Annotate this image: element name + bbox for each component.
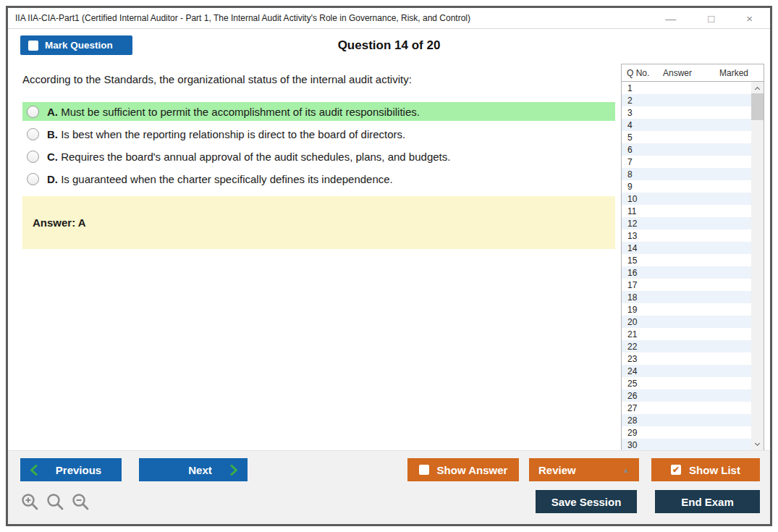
window-title: IIA IIA-CIA-Part1 (Certified Internal Au… xyxy=(15,13,665,23)
save-session-label: Save Session xyxy=(551,496,622,508)
option-text: D. Is guaranteed when the charter specif… xyxy=(47,173,393,185)
question-number: 3 xyxy=(627,108,633,118)
scrollbar-thumb[interactable] xyxy=(751,93,764,120)
question-list-row[interactable]: 1 xyxy=(622,82,751,94)
question-list-row[interactable]: 30 xyxy=(622,439,751,450)
question-number: 22 xyxy=(627,342,637,352)
option-row-D[interactable]: D. Is guaranteed when the charter specif… xyxy=(22,169,615,188)
zoom-out-icon[interactable] xyxy=(71,492,90,511)
next-button[interactable]: Next xyxy=(139,458,248,481)
question-list-row[interactable]: 21 xyxy=(622,328,751,340)
question-list-row[interactable]: 2 xyxy=(622,94,751,106)
footer: Previous Next Show Answer Review ▲ ✔ Sho… xyxy=(8,450,770,524)
next-label: Next xyxy=(177,464,223,476)
question-list-row[interactable]: 25 xyxy=(622,377,751,389)
answer-text: Answer: A xyxy=(33,216,86,229)
question-list-panel: Q No. Answer Marked 12345678910111213141… xyxy=(621,64,764,450)
question-list-row[interactable]: 15 xyxy=(622,254,751,266)
previous-button[interactable]: Previous xyxy=(20,458,122,481)
question-number: 26 xyxy=(627,391,637,401)
question-list-row[interactable]: 16 xyxy=(622,266,751,279)
mark-question-button[interactable]: Mark Question xyxy=(20,35,132,55)
question-list-row[interactable]: 10 xyxy=(622,193,751,205)
question-list-row[interactable]: 28 xyxy=(622,414,751,426)
question-list-row[interactable]: 29 xyxy=(622,426,751,439)
show-answer-button[interactable]: Show Answer xyxy=(407,458,519,481)
save-session-button[interactable]: Save Session xyxy=(536,490,637,513)
question-list-row[interactable]: 12 xyxy=(622,217,751,229)
footer-row-1: Previous Next Show Answer Review ▲ ✔ Sho… xyxy=(20,458,760,481)
question-number: 15 xyxy=(627,256,637,266)
question-number: 13 xyxy=(627,231,637,241)
maximize-button[interactable]: □ xyxy=(708,13,714,24)
radio-button[interactable] xyxy=(27,173,39,185)
question-list-row[interactable]: 19 xyxy=(622,303,751,316)
options-container: A. Must be sufficient to permit the acco… xyxy=(22,102,615,188)
radio-button[interactable] xyxy=(27,128,39,140)
mark-question-checkbox-icon xyxy=(28,41,38,51)
show-list-button[interactable]: ✔ Show List xyxy=(651,458,760,481)
question-number: 6 xyxy=(627,145,633,155)
review-button[interactable]: Review ▲ xyxy=(529,458,639,481)
option-row-A[interactable]: A. Must be sufficient to permit the acco… xyxy=(22,102,615,121)
question-list-row[interactable]: 5 xyxy=(622,131,751,143)
chevron-down-icon xyxy=(755,440,760,445)
question-number: 20 xyxy=(627,317,637,327)
question-number: 4 xyxy=(627,120,633,130)
header-bar: Question 14 of 20 Mark Question xyxy=(8,29,770,62)
question-list-row[interactable]: 23 xyxy=(622,352,751,365)
question-list-header: Q No. Answer Marked xyxy=(622,64,764,82)
question-list-row[interactable]: 13 xyxy=(622,229,751,242)
zoom-icon[interactable] xyxy=(46,492,64,511)
question-list-row[interactable]: 3 xyxy=(622,106,751,119)
radio-button[interactable] xyxy=(27,106,39,118)
question-number: 21 xyxy=(627,329,637,339)
question-number: 5 xyxy=(627,132,633,143)
question-list-row[interactable]: 18 xyxy=(622,291,751,303)
question-list-row[interactable]: 27 xyxy=(622,402,751,414)
question-list-row[interactable]: 20 xyxy=(622,316,751,328)
previous-label: Previous xyxy=(45,464,112,476)
question-list-row[interactable]: 26 xyxy=(622,389,751,402)
question-list-row[interactable]: 11 xyxy=(622,205,751,217)
title-bar: IIA IIA-CIA-Part1 (Certified Internal Au… xyxy=(8,8,770,29)
end-exam-button[interactable]: End Exam xyxy=(655,490,760,513)
question-list-row[interactable]: 22 xyxy=(622,340,751,352)
end-exam-label: End Exam xyxy=(681,496,734,508)
option-row-B[interactable]: B. Is best when the reporting relationsh… xyxy=(22,124,615,143)
zoom-in-icon[interactable] xyxy=(20,492,39,511)
radio-button[interactable] xyxy=(27,151,39,163)
question-list-row[interactable]: 17 xyxy=(622,279,751,291)
question-number: 17 xyxy=(627,280,637,290)
question-list-row[interactable]: 24 xyxy=(622,365,751,377)
question-list-body: 1234567891011121314151617181920212223242… xyxy=(622,82,764,450)
show-list-label: Show List xyxy=(689,464,740,476)
question-number: 24 xyxy=(627,366,637,376)
scroll-up-button[interactable] xyxy=(751,83,764,93)
option-text: C. Requires the board's annual approval … xyxy=(47,151,450,163)
zoom-controls xyxy=(20,492,90,511)
scroll-down-button[interactable] xyxy=(751,439,764,449)
question-number: 30 xyxy=(627,440,637,450)
question-number: 18 xyxy=(627,292,637,303)
option-row-C[interactable]: C. Requires the board's annual approval … xyxy=(22,147,615,166)
question-number: 12 xyxy=(627,219,637,229)
question-list-row[interactable]: 6 xyxy=(622,143,751,156)
question-list-row[interactable]: 9 xyxy=(622,180,751,193)
mark-question-label: Mark Question xyxy=(45,40,113,51)
question-list-row[interactable]: 8 xyxy=(622,168,751,180)
question-text: According to the Standards, the organiza… xyxy=(22,73,615,85)
question-list-row[interactable]: 7 xyxy=(622,156,751,168)
question-list-row[interactable]: 4 xyxy=(622,119,751,131)
question-list-row[interactable]: 14 xyxy=(622,242,751,254)
option-text: B. Is best when the reporting relationsh… xyxy=(47,128,405,140)
question-number: 29 xyxy=(627,428,637,438)
column-qno: Q No. xyxy=(622,68,663,78)
scrollbar[interactable] xyxy=(751,82,764,450)
minimize-button[interactable]: — xyxy=(665,13,676,24)
question-number: 9 xyxy=(627,182,633,192)
app-window: IIA IIA-CIA-Part1 (Certified Internal Au… xyxy=(6,6,772,526)
question-number: 19 xyxy=(627,305,637,315)
question-number: 8 xyxy=(627,169,633,180)
close-button[interactable]: × xyxy=(746,13,753,24)
